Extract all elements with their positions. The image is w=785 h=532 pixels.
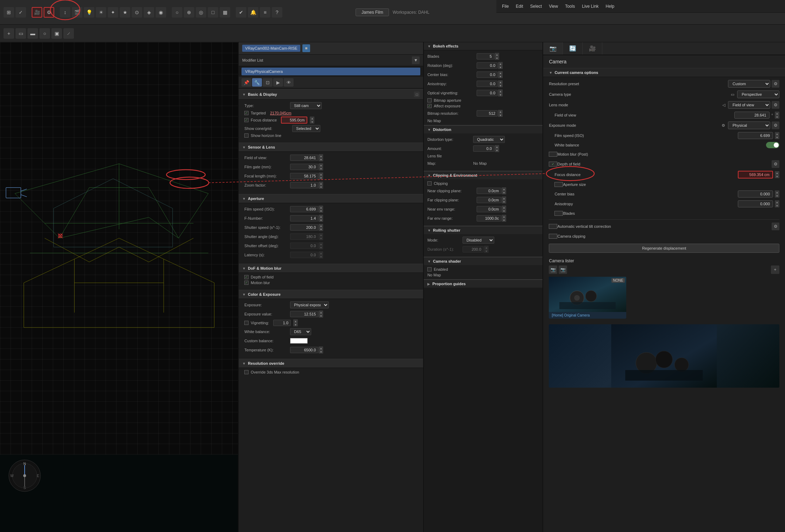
aperture-size-checkbox[interactable] [554,182,563,187]
shutter-angle-up[interactable]: ▲ [319,233,323,237]
bokeh-anisotropy-up[interactable]: ▲ [498,80,503,84]
regenerate-btn[interactable]: Regenerate displacement [549,244,779,253]
far-clip-down[interactable]: ▼ [502,200,506,204]
near-env-input[interactable]: 0.0cm [477,206,501,212]
tab-modifier[interactable]: 🔧 [252,78,262,87]
film-gate-up[interactable]: ▲ [319,163,323,167]
rs-mode-select[interactable]: Disabled [463,237,494,244]
targeted-checkbox[interactable] [244,111,249,115]
bokeh-center-bias-up[interactable]: ▲ [498,71,503,75]
center-bias-right-up[interactable]: ▲ [775,190,779,194]
focus-distance-up[interactable]: ▲ [310,117,314,120]
blades-checkbox[interactable] [554,211,563,216]
shutter-speed-input[interactable]: 200.0 [290,224,318,231]
film-speed-input[interactable]: 6.699 [290,206,318,212]
vignetting-down[interactable]: ▼ [293,323,298,326]
focus-distance-input[interactable]: 595.0cm [281,117,307,124]
vignetting-up[interactable]: ▲ [293,319,298,323]
film-gate-input[interactable]: 30.0 [290,164,318,170]
latency-up[interactable]: ▲ [319,251,323,255]
cam-shader-enabled-checkbox[interactable] [427,267,432,271]
camera-lister-tool2[interactable]: 📷 [559,265,567,274]
rs-duration-down[interactable]: ▼ [484,249,489,253]
toolbar-icon-camera2[interactable]: ⚙ [44,7,54,18]
dist-amount-up[interactable]: ▲ [495,145,499,149]
rs-duration-input[interactable]: 200.0 [463,246,484,252]
exposure-mode-settings-icon[interactable]: ⚙ [772,121,779,129]
modifier-item[interactable]: VRayPhysicalCamera [241,68,420,75]
toolbar-icon-camera1[interactable]: 🎥 [32,7,42,18]
center-bias-right-input[interactable]: 0.000 [738,190,773,198]
focus-distance-checkbox[interactable] [244,118,249,122]
camera-type-select[interactable]: Perspective [737,90,779,98]
fov-right-input[interactable]: 28.641 [734,112,770,119]
bokeh-center-bias-down[interactable]: ▼ [498,75,503,78]
vignetting-checkbox[interactable] [244,321,249,325]
toolbar2-icon1[interactable]: + [4,28,14,39]
focus-distance-right-input[interactable]: 569.354 cm [738,171,773,179]
menu-tools[interactable]: Tools [565,4,575,9]
bokeh-blades-up[interactable]: ▲ [495,53,499,56]
anisotropy-right-down[interactable]: ▼ [775,204,779,207]
auto-tilt-checkbox[interactable] [549,224,557,229]
bokeh-optical-down[interactable]: ▼ [498,93,503,96]
bokeh-anisotropy-down[interactable]: ▼ [498,84,503,87]
toolbar-icon-fx[interactable]: ◉ [156,7,166,18]
lens-mode-settings-icon[interactable]: ⚙ [772,101,779,109]
bokeh-optical-input[interactable]: 0.0 [477,90,498,96]
modifier-dropdown-btn[interactable]: ▼ [412,56,420,64]
toolbar-icon-check2[interactable]: ✔ [236,7,246,18]
toolbar-icon-move[interactable]: ↕ [60,7,70,18]
horizon-line-checkbox[interactable] [244,133,249,138]
fov-input[interactable]: 28.641 [290,155,318,161]
exposure-value-input[interactable]: 12.515 [290,311,318,317]
dof-settings-icon[interactable]: ⚙ [772,160,779,168]
exposure-value-up[interactable]: ▲ [319,311,323,314]
exposure-mode-select[interactable]: Physical [728,121,770,129]
resolution-override-checkbox[interactable] [244,370,249,374]
dof-checkbox[interactable] [244,275,249,279]
bokeh-rotation-down[interactable]: ▼ [498,65,503,69]
zoom-factor-down[interactable]: ▼ [319,185,323,189]
res-preset-select[interactable]: Custom [728,80,770,88]
toolbar2-icon4[interactable]: ○ [39,28,50,39]
menu-select[interactable]: Select [530,4,542,9]
bokeh-rotation-input[interactable]: 0.0 [477,62,498,69]
rs-duration-up[interactable]: ▲ [484,246,489,249]
focal-length-down[interactable]: ▼ [319,176,323,180]
f-number-up[interactable]: ▲ [319,215,323,218]
film-speed-right-input[interactable]: 6.699 [738,132,773,139]
camera-lister-tool1[interactable]: 📷 [549,265,557,274]
film-speed-down[interactable]: ▼ [319,209,323,213]
near-env-down[interactable]: ▼ [502,209,506,213]
tab-motion[interactable]: ▶ [273,78,283,87]
exposure-value-down[interactable]: ▼ [319,314,323,318]
motion-blur-checkbox-right[interactable] [549,152,557,157]
focus-distance-right-down[interactable]: ▼ [775,175,779,178]
shutter-offset-down[interactable]: ▼ [319,246,323,249]
fov-up[interactable]: ▲ [319,154,323,158]
bokeh-res-down[interactable]: ▼ [498,113,503,117]
toolbar-icon-light[interactable]: 💡 [84,7,94,18]
near-clip-down[interactable]: ▼ [502,191,506,194]
type-select[interactable]: Still cam [290,102,322,109]
anisotropy-right-up[interactable]: ▲ [775,200,779,204]
focal-length-up[interactable]: ▲ [319,173,323,176]
fov-right-up[interactable]: ▲ [775,112,779,115]
vignetting-input[interactable]: 1.0 [273,320,291,326]
far-clip-up[interactable]: ▲ [502,196,506,200]
toolbar2-icon6[interactable]: ⟋ [63,28,74,39]
bokeh-res-up[interactable]: ▲ [498,110,503,113]
toolbar-icon-sphere[interactable]: ○ [172,7,182,18]
bokeh-anisotropy-input[interactable]: 0.0 [477,81,498,87]
latency-input[interactable]: 0.0 [290,252,318,258]
toolbar2-icon2[interactable]: ▭ [15,28,26,39]
focus-distance-right-up[interactable]: ▲ [775,171,779,175]
tab-hierarchy[interactable]: ⊡ [263,78,272,87]
motion-blur-checkbox[interactable] [244,281,249,285]
shutter-angle-down[interactable]: ▼ [319,237,323,240]
basic-display-collapse[interactable]: □ [414,92,420,97]
toolbar-icon-target[interactable]: ◎ [196,7,206,18]
toolbar-icon-check[interactable]: ✓ [15,7,26,18]
film-speed-right-up[interactable]: ▲ [775,132,779,136]
